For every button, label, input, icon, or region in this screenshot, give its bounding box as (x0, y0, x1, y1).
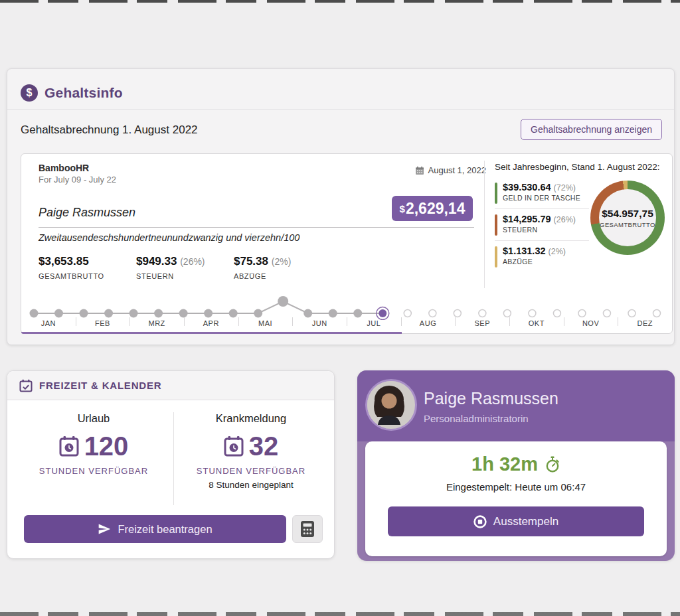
paystub-total: $75.38 (2%)ABZÜGE (234, 255, 331, 280)
clock-out-button[interactable]: Ausstempeln (388, 506, 644, 536)
timeoff-card-title: FREIZEIT & KALENDER (39, 380, 161, 391)
month-label[interactable]: DEZ (618, 317, 672, 327)
pay-period-timeline: JANFEBMRZAPRMAIJUNJULAUGSEPOKTNOVDEZ (21, 293, 672, 333)
paystub-date: August 1, 2022 (415, 165, 486, 175)
calendar-clock-icon (59, 435, 79, 457)
stopwatch-icon (545, 456, 560, 473)
paystub-amount-words: Zweitausendeschshundertneunundzwanzig un… (39, 232, 299, 243)
month-label[interactable]: NOV (564, 317, 618, 327)
donut-center: $54.957,75 GESAMTBRUTTO (599, 189, 656, 246)
vacation-hours-value: 120 (84, 433, 129, 459)
month-label[interactable]: MRZ (129, 317, 184, 327)
legend-color-bar (495, 183, 497, 204)
legend-color-bar (495, 214, 497, 236)
paystub-total: $949.33 (26%)STEUERN (136, 255, 234, 280)
calculator-icon (300, 520, 315, 538)
paystub-total: $3,653.85GESAMTBRUTTO (39, 255, 136, 280)
month-label[interactable]: FEB (76, 317, 130, 327)
request-timeoff-label: Freizeit beantragen (118, 523, 212, 536)
total-label: ABZÜGE (234, 272, 331, 280)
legend-value: $14,295.79 (26%) (503, 214, 576, 224)
vacation-hours-label: STUNDEN VERFÜGBAR (17, 466, 170, 476)
divider (173, 412, 174, 505)
pay-period-dots[interactable] (21, 293, 672, 320)
payroll-card-header: $ Gehaltsinfo (21, 82, 123, 104)
sick-hours-label: STUNDEN VERFÜGBAR (175, 466, 327, 476)
view-paystub-button[interactable]: Gehaltsabrechnung anzeigen (521, 119, 662, 140)
elapsed-time-value: 1h 32m (471, 453, 538, 475)
clockin-note: Eingestempelt: Heute um 06:47 (365, 481, 667, 493)
legend-label: ABZÜGE (503, 258, 566, 266)
dashboard: $ Gehaltsinfo Gehaltsabrechnung 1. Augus… (0, 0, 680, 616)
vacation-balance: Urlaub 120 STUNDEN VERFÜGBAR (17, 412, 170, 476)
paystub-preview: BambooHR For July 09 - July 22 August 1,… (21, 153, 673, 334)
paystub-date-label: August 1, 2022 (428, 165, 486, 175)
month-label[interactable]: APR (184, 317, 238, 327)
month-label[interactable]: SEP (455, 317, 509, 327)
ytd-legend-item: $39.530.64 (72%)GELD IN DER TASCHE (495, 177, 589, 209)
employee-clock-card: Paige Rasmussen Personaladministratorin … (357, 370, 675, 561)
clock-out-label: Ausstempeln (493, 515, 558, 528)
employee-role: Personaladministratorin (424, 413, 529, 424)
payroll-card-title: Gehaltsinfo (44, 85, 123, 101)
total-value: $75.38 (2%) (234, 255, 331, 268)
total-value: $949.33 (26%) (136, 255, 234, 268)
legend-label: STEUERN (503, 226, 576, 234)
timeoff-card: FREIZEIT & KALENDER Urlaub 120 STUNDEN V… (7, 370, 335, 559)
timeline-month-labels: JANFEBMRZAPRMAIJUNJULAUGSEPOKTNOVDEZ (21, 317, 672, 327)
dollar-icon: $ (21, 84, 38, 102)
cropped-top-tiles (0, 0, 680, 3)
donut-center-value: $54.957,75 (602, 208, 653, 220)
paystub-payee: Paige Rasmussen (39, 206, 135, 219)
total-label: GESAMTBRUTTO (39, 272, 136, 280)
sick-hours: 32 (175, 433, 327, 459)
month-label[interactable]: JUL (347, 317, 401, 327)
employee-card-header: Paige Rasmussen Personaladministratorin (357, 370, 675, 441)
timeoff-calculator-button[interactable] (292, 515, 323, 543)
sick-hours-value: 32 (249, 433, 279, 459)
sick-balance: Krankmeldung 32 STUNDEN VERFÜGBAR 8 Stun… (175, 412, 327, 490)
paystub-company: BambooHR (39, 163, 89, 173)
calendar-icon (415, 166, 424, 175)
send-icon (98, 522, 111, 536)
ytd-legend-item: $14,295.79 (26%)STEUERN (495, 209, 589, 241)
vacation-label: Urlaub (17, 412, 170, 425)
month-label[interactable]: AUG (401, 317, 456, 327)
cropped-bottom-tiles (0, 612, 680, 616)
vacation-hours: 120 (17, 433, 170, 459)
month-label[interactable]: JAN (21, 317, 76, 327)
sick-scheduled-note: 8 Stunden eingeplant (175, 480, 327, 490)
ytd-donut-chart: $54.957,75 GESAMTBRUTTO (590, 181, 665, 255)
paystub-period: For July 09 - July 22 (39, 175, 116, 185)
paystub-date-heading: Gehaltsabrechnung 1. August 2022 (21, 123, 198, 137)
legend-label: GELD IN DER TASCHE (503, 194, 580, 202)
timeoff-card-header: FREIZEIT & KALENDER (7, 371, 334, 400)
elapsed-time: 1h 32m (365, 453, 667, 475)
avatar (365, 379, 417, 431)
month-label[interactable]: JUN (292, 317, 347, 327)
payroll-card: $ Gehaltsinfo Gehaltsabrechnung 1. Augus… (7, 68, 675, 345)
donut-center-label: GESAMTBRUTTO (600, 221, 655, 228)
divider (484, 161, 485, 288)
request-timeoff-button[interactable]: Freizeit beantragen (24, 515, 286, 543)
ytd-title: Seit Jahresbeginn, Stand 1. August 2022: (495, 162, 665, 172)
calendar-clock-icon (224, 435, 244, 457)
paystub-payee-line: Paige Rasmussen (39, 206, 474, 228)
employee-name: Paige Rasmussen (424, 389, 558, 408)
stop-icon (473, 515, 487, 528)
divider (7, 109, 674, 110)
calendar-check-icon (19, 379, 33, 392)
ytd-summary: Seit Jahresbeginn, Stand 1. August 2022:… (495, 162, 665, 272)
total-value: $3,653.85 (39, 255, 136, 268)
month-label[interactable]: OKT (509, 317, 564, 327)
legend-value: $1.131.32 (2%) (503, 246, 566, 256)
total-label: STEUERN (136, 272, 234, 280)
legend-color-bar (495, 246, 497, 268)
year-progress-line (21, 332, 402, 334)
clock-panel: 1h 32m Eingestempelt: Heute um 06:47 Aus… (365, 441, 667, 556)
legend-value: $39.530.64 (72%) (503, 182, 580, 193)
paystub-totals: $3,653.85GESAMTBRUTTO$949.33 (26%)STEUER… (39, 255, 464, 280)
sick-label: Krankmeldung (175, 412, 327, 425)
ytd-legend-item: $1.131.32 (2%)ABZÜGE (495, 241, 589, 272)
month-label[interactable]: MAI (238, 317, 293, 327)
